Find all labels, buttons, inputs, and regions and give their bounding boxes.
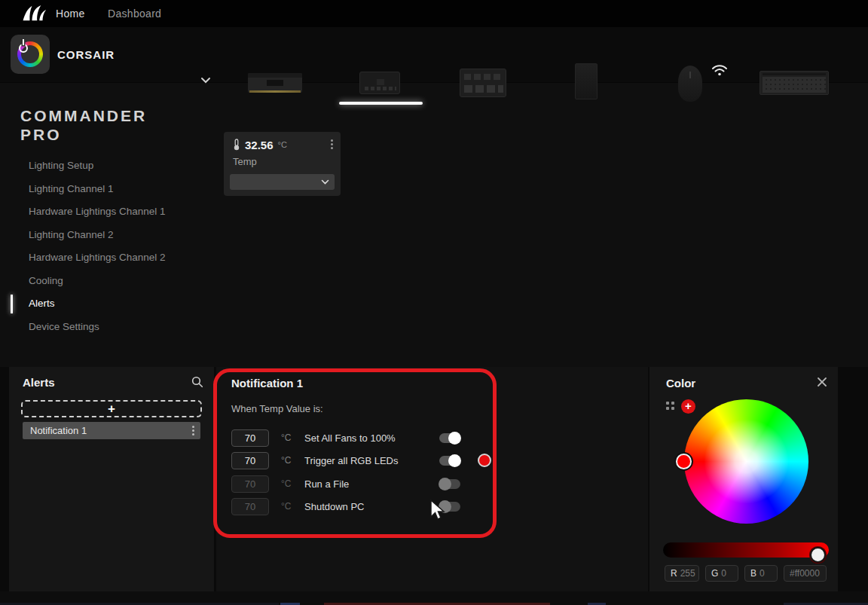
icue-window: Home Dashboard CORSAIR	[0, 0, 868, 605]
unit-label: °C	[281, 501, 291, 512]
device-tab-memory[interactable]	[248, 73, 302, 93]
brightness-slider-knob[interactable]	[810, 547, 826, 563]
footer-strip	[0, 591, 868, 605]
search-icon[interactable]	[191, 376, 203, 388]
green-value-field[interactable]: G 0	[705, 565, 738, 582]
top-menu-bar: Home Dashboard	[0, 0, 868, 27]
device-tab-power-supply[interactable]	[575, 63, 598, 99]
hex-value-field[interactable]: #ff0000	[784, 565, 827, 582]
sidebar-item-device-settings[interactable]: Device Settings	[0, 316, 211, 339]
close-icon[interactable]	[817, 377, 827, 387]
alert-action-row: 70 °C Set All Fans to 100%	[231, 429, 638, 447]
temp-threshold-input[interactable]: 70	[231, 498, 269, 515]
chevron-down-icon	[321, 179, 329, 185]
alert-action-row: 70 °C Trigger all RGB LEDs	[231, 452, 638, 469]
add-alert-button[interactable]: +	[21, 400, 202, 417]
temp-threshold-input[interactable]: 70	[231, 475, 269, 493]
toggle-shutdown-pc[interactable]	[439, 502, 460, 512]
alert-list-item[interactable]: Notification 1	[23, 422, 200, 439]
brand-label: CORSAIR	[57, 48, 115, 61]
nav-dashboard[interactable]: Dashboard	[108, 8, 161, 20]
widget-menu-icon[interactable]	[331, 139, 333, 151]
alerts-panel-title: Alerts	[23, 376, 55, 389]
color-wheel-cursor[interactable]	[676, 454, 692, 469]
red-value-field[interactable]: R 255	[665, 565, 699, 582]
sidebar-item-alerts[interactable]: Alerts	[0, 292, 211, 316]
notification-title: Notification 1	[231, 377, 303, 390]
brightness-slider[interactable]	[663, 542, 829, 558]
device-sidebar-nav: Lighting Setup Lighting Channel 1 Hardwa…	[0, 154, 211, 338]
action-label: Trigger all RGB LEDs	[304, 455, 399, 466]
toggle-trigger-rgb-leds[interactable]	[439, 456, 460, 466]
alert-action-row: 70 °C Shutdown PC	[231, 498, 638, 515]
action-label: Set All Fans to 100%	[304, 432, 396, 444]
nav-home[interactable]: Home	[56, 8, 85, 20]
device-tab-commander-pro[interactable]	[359, 72, 400, 94]
sidebar-item-cooling[interactable]: Cooling	[0, 270, 211, 293]
color-wheel[interactable]	[684, 399, 808, 524]
alert-color-swatch[interactable]	[478, 454, 491, 467]
temp-threshold-input[interactable]: 70	[231, 429, 269, 447]
page-title: COMMANDER PRO	[20, 106, 147, 144]
temp-threshold-input[interactable]: 70	[231, 452, 269, 469]
device-selector-bar: CORSAIR	[0, 27, 868, 83]
toggle-set-all-fans[interactable]	[439, 433, 460, 443]
alert-action-row: 70 °C Run a File	[231, 475, 638, 493]
blue-value-field[interactable]: B 0	[744, 565, 778, 582]
device-tab-keyboard[interactable]	[760, 71, 829, 95]
unit-label: °C	[281, 478, 291, 489]
sidebar-item-hardware-lightings-channel-2[interactable]: Hardware Lightings Channel 2	[0, 246, 211, 270]
unit-label: °C	[281, 432, 291, 443]
corsair-sails-logo	[21, 3, 47, 24]
condition-label: When Temp Value is:	[231, 403, 323, 414]
chevron-down-icon[interactable]	[200, 77, 211, 84]
alert-item-label: Notification 1	[30, 425, 87, 436]
device-tab-lighting-node[interactable]	[460, 69, 506, 97]
wifi-icon	[710, 62, 729, 77]
add-color-icon[interactable]: +	[681, 399, 695, 414]
device-tab-mouse[interactable]	[678, 66, 702, 102]
widget-label: Temp	[233, 156, 257, 167]
swatch-grid-icon[interactable]	[666, 402, 674, 410]
sidebar-item-lighting-setup[interactable]: Lighting Setup	[0, 154, 211, 178]
temp-reading: 32.56	[245, 139, 274, 151]
sidebar-item-lighting-channel-2[interactable]: Lighting Channel 2	[0, 224, 211, 247]
notification-settings-panel: Notification 1 When Temp Value is: 70 °C…	[216, 367, 648, 591]
unit-label: °C	[281, 455, 291, 466]
sidebar-item-lighting-channel-1[interactable]: Lighting Channel 1	[0, 178, 211, 201]
alert-item-menu-icon[interactable]	[192, 426, 194, 437]
color-panel-title: Color	[666, 377, 695, 390]
color-picker-panel: Color + R 255 G 0 B 0 #ff0000	[649, 367, 838, 591]
temp-unit: °C	[278, 140, 287, 149]
sidebar-item-hardware-lightings-channel-1[interactable]: Hardware Lightings Channel 1	[0, 200, 211, 224]
toggle-run-a-file[interactable]	[439, 479, 460, 489]
temp-sensor-widget: 32.56 °C Temp	[224, 132, 341, 196]
selected-device-indicator	[339, 102, 423, 105]
alerts-list-panel: Alerts + Notification 1	[9, 367, 214, 591]
sensor-dropdown[interactable]	[230, 174, 335, 190]
action-label: Shutdown PC	[304, 501, 365, 512]
icue-app-icon[interactable]	[11, 35, 50, 74]
thermometer-icon	[233, 139, 240, 151]
action-label: Run a File	[304, 478, 349, 490]
